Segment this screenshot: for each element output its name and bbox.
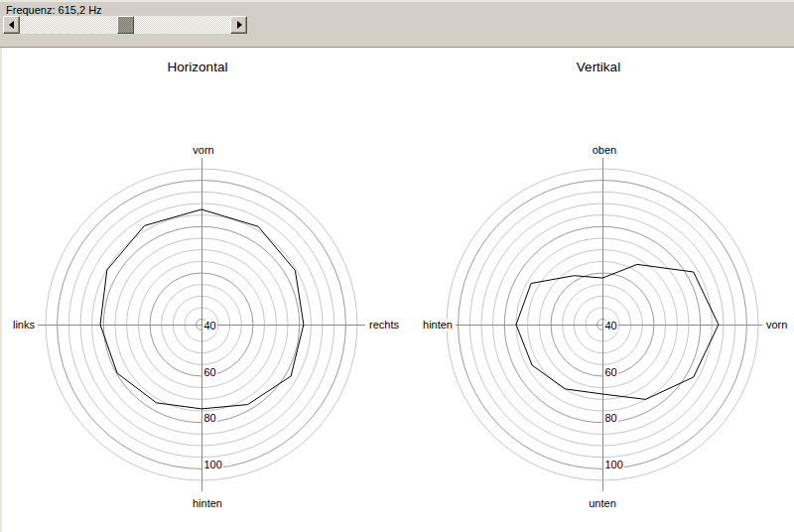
direction-label-left: hinten (423, 319, 453, 331)
chart-title: Vertikal (577, 60, 620, 74)
ring-label: 60 (605, 366, 617, 378)
direction-label-right: vorn (766, 319, 787, 331)
direction-label-right: rechts (369, 319, 399, 331)
ring-label: 60 (204, 366, 216, 378)
polar-chart-vertikal: 406080100obenuntenhintenvornVertikal (416, 60, 792, 509)
direction-label-bottom: hinten (193, 497, 222, 509)
direction-label-top: vorn (193, 144, 213, 156)
ring-label: 40 (204, 320, 216, 332)
chart-title: Horizontal (168, 60, 228, 74)
direction-label-left: links (13, 319, 36, 331)
ring-label: 40 (605, 320, 617, 332)
direction-label-bottom: unten (589, 497, 616, 509)
direction-label-top: oben (593, 144, 616, 156)
ring-label: 100 (605, 459, 623, 470)
ring-label: 80 (204, 412, 216, 424)
ring-label: 80 (605, 412, 617, 424)
charts-canvas: 406080100vornhintenlinksrechtsHorizontal… (0, 0, 794, 532)
ring-label: 100 (204, 459, 222, 470)
polar-chart-horizontal: 406080100vornhintenlinksrechtsHorizontal (4, 60, 407, 509)
